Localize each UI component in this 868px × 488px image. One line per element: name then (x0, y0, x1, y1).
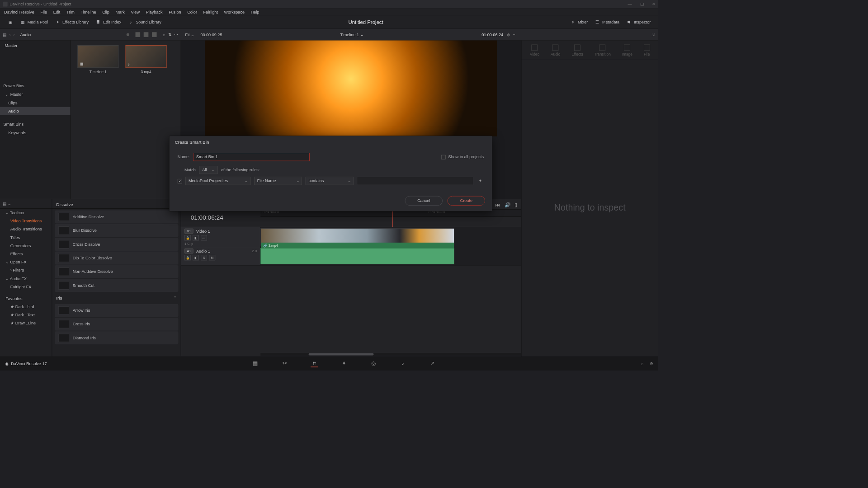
sort-icon[interactable]: ⇅ (168, 32, 172, 37)
timeline-scrollbar[interactable] (260, 353, 521, 356)
fx-item[interactable]: Blur Dissolve (55, 224, 178, 237)
fx-category-iris[interactable]: Iris⌃ (52, 293, 181, 304)
page-fusion-icon[interactable]: ✦ (340, 360, 348, 367)
fx-filters[interactable]: › Filters (0, 266, 52, 274)
fx-titles[interactable]: Titles (0, 233, 52, 241)
timeline-options-icon[interactable]: ▯ (514, 202, 517, 207)
media-clip[interactable]: 3.mp4 (126, 45, 167, 74)
inspector-button[interactable]: ✖Inspector (623, 18, 654, 26)
prev-clip-icon[interactable]: ⏮ (495, 202, 500, 207)
menu-item[interactable]: Timeline (78, 9, 99, 15)
bypass-icon[interactable]: ⊛ (507, 32, 510, 37)
project-settings-icon[interactable]: ⚙ (650, 361, 653, 366)
inspector-expand-icon[interactable]: ⇲ (651, 32, 655, 37)
viewer-canvas[interactable] (205, 40, 497, 136)
nav-fwd-icon[interactable]: › (14, 32, 15, 37)
page-media-icon[interactable]: ▦ (252, 360, 259, 367)
fx-item[interactable]: Cross Iris (55, 318, 178, 331)
track-tag[interactable]: A1 (184, 249, 193, 253)
view-list-icon[interactable] (136, 32, 141, 37)
nav-back-icon[interactable]: ‹ (9, 32, 10, 37)
power-bin-master[interactable]: Master (0, 90, 70, 99)
menu-item[interactable]: Trim (64, 9, 77, 15)
timeline-name-dropdown[interactable]: Timeline 1 ⌄ (222, 32, 481, 37)
rule-value-input[interactable] (357, 177, 473, 185)
maximize-icon[interactable]: ▢ (640, 2, 644, 7)
fx-item[interactable]: Cross Dissolve (55, 238, 178, 251)
track-mute-icon[interactable]: M (209, 255, 216, 260)
cancel-button[interactable]: Cancel (405, 196, 443, 206)
fx-fairlightfx[interactable]: Fairlight FX (0, 283, 52, 291)
fx-effects[interactable]: Effects (0, 250, 52, 258)
media-clip[interactable]: Timeline 1 (77, 45, 118, 74)
metadata-button[interactable]: ☰Metadata (591, 18, 623, 26)
fx-toolbox[interactable]: Toolbox (0, 209, 52, 217)
rule-operator-select[interactable]: contains (306, 177, 354, 185)
minimize-icon[interactable]: — (628, 2, 632, 7)
menu-item[interactable]: Fusion (166, 9, 184, 15)
fx-favorite-item[interactable]: ★ Dark...hird (0, 303, 52, 311)
timeline-timecode[interactable]: 01:00:06:24 (191, 214, 223, 221)
track-autoselect-icon[interactable]: ◧ (193, 235, 199, 240)
view-strip-icon[interactable] (152, 32, 157, 37)
view-grid-icon[interactable] (144, 32, 149, 37)
rule-enable-checkbox[interactable]: ✓ (178, 178, 182, 183)
page-cut-icon[interactable]: ✂ (281, 360, 289, 367)
menu-item[interactable]: Fairlight (201, 9, 221, 15)
sound-library-button[interactable]: ♪Sound Library (125, 18, 165, 26)
track-lock-icon[interactable]: 🔒 (184, 235, 191, 240)
panel-menu-icon[interactable]: ▤ ⌄ (3, 202, 11, 206)
effects-library-button[interactable]: ✦Effects Library (52, 18, 92, 26)
inspector-tab-file[interactable]: File (644, 45, 650, 56)
track-autoselect-icon[interactable]: ◧ (193, 255, 199, 260)
fx-openfx[interactable]: Open FX (0, 258, 52, 266)
power-bin-clips[interactable]: Clips (0, 99, 70, 107)
menu-item[interactable]: Mark (113, 9, 127, 15)
fx-video-transitions[interactable]: Video Transitions (0, 217, 52, 225)
fx-item[interactable]: Arrow Iris (55, 304, 178, 317)
page-deliver-icon[interactable]: ↗ (429, 360, 436, 367)
fx-favorite-item[interactable]: ★ Dark...Text (0, 311, 52, 319)
track-solo-icon[interactable]: S (201, 255, 207, 260)
close-icon[interactable]: ✕ (652, 2, 656, 7)
inspector-tab-transition[interactable]: Transition (594, 45, 610, 56)
mixer-button[interactable]: ♯Mixer (567, 18, 591, 26)
menu-item[interactable]: Playback (143, 9, 165, 15)
fx-favorite-item[interactable]: ★ Draw...Line (0, 319, 52, 327)
volume-icon[interactable]: 🔊 (505, 202, 510, 207)
show-all-projects-checkbox[interactable] (441, 155, 446, 159)
edit-index-button[interactable]: ≣Edit Index (92, 18, 125, 26)
rule-source-select[interactable]: MediaPool Properties (185, 177, 250, 185)
track-header-a1[interactable]: A1Audio 12.0 🔒 ◧ S M (181, 247, 260, 265)
home-icon[interactable]: ⌂ (641, 361, 643, 366)
menu-item[interactable]: Color (184, 9, 200, 15)
panel-menu-icon[interactable]: ▤ (3, 32, 6, 37)
inspector-tab-image[interactable]: Image (622, 45, 632, 56)
page-edit-icon[interactable]: ⌗ (311, 360, 318, 367)
fx-item[interactable]: Additive Dissolve (55, 211, 178, 224)
menu-item[interactable]: Clip (99, 9, 112, 15)
track-tag[interactable]: V1 (184, 229, 193, 234)
audio-clip[interactable]: 🔗 3.mp4 (260, 248, 454, 264)
create-button[interactable]: Create (448, 196, 485, 206)
track-visible-icon[interactable]: ▭ (201, 235, 207, 240)
viewer-more-icon[interactable]: ⋯ (513, 32, 517, 37)
smart-bin-keywords[interactable]: Keywords (0, 129, 70, 137)
menu-item[interactable]: Help (248, 9, 262, 15)
match-mode-select[interactable]: All (199, 166, 217, 174)
fx-generators[interactable]: Generators (0, 242, 52, 250)
menu-item[interactable]: View (128, 9, 142, 15)
layout-toggle-icon[interactable]: ▣ (4, 18, 16, 26)
zoom-fit-dropdown[interactable]: Fit ⌄ (185, 32, 194, 37)
fx-item[interactable]: Diamond Iris (55, 331, 178, 344)
bin-master[interactable]: Master (0, 40, 70, 51)
add-rule-icon[interactable]: + (477, 178, 484, 183)
fx-item[interactable]: Dip To Color Dissolve (55, 252, 178, 265)
menu-item[interactable]: Workspace (222, 9, 247, 15)
track-lock-icon[interactable]: 🔒 (184, 255, 191, 260)
menu-item[interactable]: DaVinci Resolve (1, 9, 37, 15)
inspector-tab-audio[interactable]: Audio (551, 45, 560, 56)
fx-audio-transitions[interactable]: Audio Transitions (0, 225, 52, 233)
scrollbar-thumb[interactable] (309, 353, 374, 356)
fx-item[interactable]: Smooth Cut (55, 279, 178, 292)
